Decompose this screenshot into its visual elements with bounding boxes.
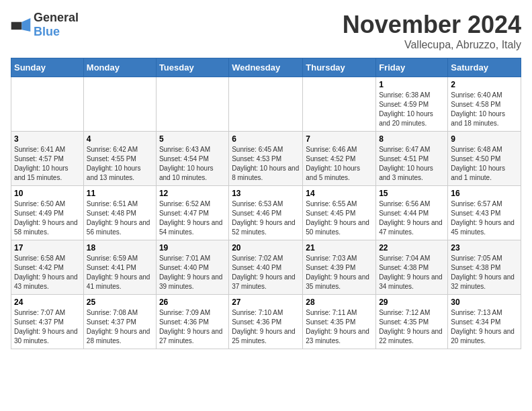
calendar-cell: 2Sunrise: 6:40 AM Sunset: 4:58 PM Daylig… xyxy=(448,77,521,132)
calendar-cell: 29Sunrise: 7:12 AM Sunset: 4:35 PM Dayli… xyxy=(376,295,448,349)
calendar-cell xyxy=(303,77,376,132)
day-number: 13 xyxy=(232,189,300,198)
day-info: Sunrise: 6:48 AM Sunset: 4:50 PM Dayligh… xyxy=(451,145,518,183)
day-number: 27 xyxy=(232,298,300,307)
logo: General Blue xyxy=(11,11,79,39)
day-number: 17 xyxy=(14,243,81,253)
calendar-week-row: 3Sunrise: 6:41 AM Sunset: 4:57 PM Daylig… xyxy=(11,132,521,186)
calendar-header-thursday: Thursday xyxy=(303,58,376,77)
calendar-header-sunday: Sunday xyxy=(11,58,84,77)
calendar-header-saturday: Saturday xyxy=(448,58,521,77)
calendar-week-row: 24Sunrise: 7:07 AM Sunset: 4:37 PM Dayli… xyxy=(11,295,521,349)
day-number: 20 xyxy=(232,243,300,253)
calendar-week-row: 17Sunrise: 6:58 AM Sunset: 4:42 PM Dayli… xyxy=(11,240,521,295)
day-number: 8 xyxy=(379,134,445,144)
day-number: 30 xyxy=(451,298,518,307)
calendar-cell: 25Sunrise: 7:08 AM Sunset: 4:37 PM Dayli… xyxy=(83,295,156,349)
calendar-cell: 22Sunrise: 7:04 AM Sunset: 4:38 PM Dayli… xyxy=(376,240,448,295)
calendar-cell: 4Sunrise: 6:42 AM Sunset: 4:55 PM Daylig… xyxy=(83,132,156,186)
calendar-cell: 8Sunrise: 6:47 AM Sunset: 4:51 PM Daylig… xyxy=(376,132,448,186)
day-info: Sunrise: 6:53 AM Sunset: 4:46 PM Dayligh… xyxy=(232,199,300,237)
page-header: General Blue November 2024 Vallecupa, Ab… xyxy=(11,11,521,51)
calendar-cell: 28Sunrise: 7:11 AM Sunset: 4:35 PM Dayli… xyxy=(303,295,376,349)
calendar-cell: 18Sunrise: 6:59 AM Sunset: 4:41 PM Dayli… xyxy=(83,240,156,295)
logo-text: General Blue xyxy=(34,11,79,39)
day-info: Sunrise: 7:01 AM Sunset: 4:40 PM Dayligh… xyxy=(159,254,226,291)
day-number: 28 xyxy=(306,298,373,307)
day-info: Sunrise: 6:56 AM Sunset: 4:44 PM Dayligh… xyxy=(379,199,445,237)
calendar-header-tuesday: Tuesday xyxy=(156,58,228,77)
calendar-cell: 21Sunrise: 7:03 AM Sunset: 4:39 PM Dayli… xyxy=(303,240,376,295)
calendar-cell: 23Sunrise: 7:05 AM Sunset: 4:38 PM Dayli… xyxy=(448,240,521,295)
day-info: Sunrise: 7:07 AM Sunset: 4:37 PM Dayligh… xyxy=(14,308,81,346)
calendar-header-monday: Monday xyxy=(83,58,156,77)
day-info: Sunrise: 7:04 AM Sunset: 4:38 PM Dayligh… xyxy=(379,254,445,291)
day-info: Sunrise: 7:12 AM Sunset: 4:35 PM Dayligh… xyxy=(379,308,445,346)
day-number: 9 xyxy=(451,134,518,144)
calendar-cell: 10Sunrise: 6:50 AM Sunset: 4:49 PM Dayli… xyxy=(11,186,84,240)
day-info: Sunrise: 7:02 AM Sunset: 4:40 PM Dayligh… xyxy=(232,254,300,291)
day-info: Sunrise: 7:08 AM Sunset: 4:37 PM Dayligh… xyxy=(87,308,153,346)
day-number: 18 xyxy=(87,243,153,253)
day-number: 19 xyxy=(159,243,226,253)
day-info: Sunrise: 7:13 AM Sunset: 4:34 PM Dayligh… xyxy=(451,308,518,346)
day-info: Sunrise: 6:51 AM Sunset: 4:48 PM Dayligh… xyxy=(87,199,153,237)
day-info: Sunrise: 7:11 AM Sunset: 4:35 PM Dayligh… xyxy=(306,308,373,346)
day-info: Sunrise: 7:09 AM Sunset: 4:36 PM Dayligh… xyxy=(159,308,226,346)
calendar-cell: 13Sunrise: 6:53 AM Sunset: 4:46 PM Dayli… xyxy=(229,186,303,240)
calendar-cell: 6Sunrise: 6:45 AM Sunset: 4:53 PM Daylig… xyxy=(229,132,303,186)
calendar-cell: 3Sunrise: 6:41 AM Sunset: 4:57 PM Daylig… xyxy=(11,132,84,186)
calendar-header-wednesday: Wednesday xyxy=(229,58,303,77)
month-title: November 2024 xyxy=(343,11,521,39)
calendar-cell: 20Sunrise: 7:02 AM Sunset: 4:40 PM Dayli… xyxy=(229,240,303,295)
day-info: Sunrise: 6:42 AM Sunset: 4:55 PM Dayligh… xyxy=(87,145,153,183)
day-number: 29 xyxy=(379,298,445,307)
day-info: Sunrise: 6:46 AM Sunset: 4:52 PM Dayligh… xyxy=(306,145,373,183)
logo-general: General xyxy=(34,11,79,24)
day-info: Sunrise: 6:41 AM Sunset: 4:57 PM Dayligh… xyxy=(14,145,81,183)
day-number: 24 xyxy=(14,298,81,307)
location: Vallecupa, Abruzzo, Italy xyxy=(343,39,521,51)
title-block: November 2024 Vallecupa, Abruzzo, Italy xyxy=(343,11,521,51)
logo-icon xyxy=(11,18,31,32)
calendar-cell: 9Sunrise: 6:48 AM Sunset: 4:50 PM Daylig… xyxy=(448,132,521,186)
day-number: 7 xyxy=(306,134,373,144)
day-number: 2 xyxy=(451,80,518,89)
day-info: Sunrise: 6:57 AM Sunset: 4:43 PM Dayligh… xyxy=(451,199,518,237)
day-info: Sunrise: 6:38 AM Sunset: 4:59 PM Dayligh… xyxy=(379,91,445,128)
calendar-cell xyxy=(11,77,84,132)
day-number: 15 xyxy=(379,189,445,198)
calendar-cell: 15Sunrise: 6:56 AM Sunset: 4:44 PM Dayli… xyxy=(376,186,448,240)
calendar-cell xyxy=(83,77,156,132)
day-number: 3 xyxy=(14,134,81,144)
day-info: Sunrise: 7:03 AM Sunset: 4:39 PM Dayligh… xyxy=(306,254,373,291)
day-number: 23 xyxy=(451,243,518,253)
calendar-cell: 16Sunrise: 6:57 AM Sunset: 4:43 PM Dayli… xyxy=(448,186,521,240)
day-number: 25 xyxy=(87,298,153,307)
day-number: 22 xyxy=(379,243,445,253)
calendar-cell: 30Sunrise: 7:13 AM Sunset: 4:34 PM Dayli… xyxy=(448,295,521,349)
calendar-table: SundayMondayTuesdayWednesdayThursdayFrid… xyxy=(11,58,521,349)
day-number: 4 xyxy=(87,134,153,144)
calendar-week-row: 10Sunrise: 6:50 AM Sunset: 4:49 PM Dayli… xyxy=(11,186,521,240)
calendar-header-friday: Friday xyxy=(376,58,448,77)
day-number: 12 xyxy=(159,189,226,198)
day-info: Sunrise: 6:58 AM Sunset: 4:42 PM Dayligh… xyxy=(14,254,81,291)
calendar-cell: 19Sunrise: 7:01 AM Sunset: 4:40 PM Dayli… xyxy=(156,240,228,295)
day-number: 11 xyxy=(87,189,153,198)
day-number: 10 xyxy=(14,189,81,198)
day-info: Sunrise: 6:59 AM Sunset: 4:41 PM Dayligh… xyxy=(87,254,153,291)
calendar-cell xyxy=(156,77,228,132)
calendar-cell: 26Sunrise: 7:09 AM Sunset: 4:36 PM Dayli… xyxy=(156,295,228,349)
calendar-cell: 24Sunrise: 7:07 AM Sunset: 4:37 PM Dayli… xyxy=(11,295,84,349)
svg-marker-1 xyxy=(21,18,30,32)
day-number: 21 xyxy=(306,243,373,253)
calendar-cell: 11Sunrise: 6:51 AM Sunset: 4:48 PM Dayli… xyxy=(83,186,156,240)
calendar-week-row: 1Sunrise: 6:38 AM Sunset: 4:59 PM Daylig… xyxy=(11,77,521,132)
day-number: 1 xyxy=(379,80,445,89)
calendar-header-row: SundayMondayTuesdayWednesdayThursdayFrid… xyxy=(11,58,521,77)
day-number: 14 xyxy=(306,189,373,198)
logo-blue: Blue xyxy=(34,25,60,38)
calendar-cell: 12Sunrise: 6:52 AM Sunset: 4:47 PM Dayli… xyxy=(156,186,228,240)
calendar-cell: 27Sunrise: 7:10 AM Sunset: 4:36 PM Dayli… xyxy=(229,295,303,349)
